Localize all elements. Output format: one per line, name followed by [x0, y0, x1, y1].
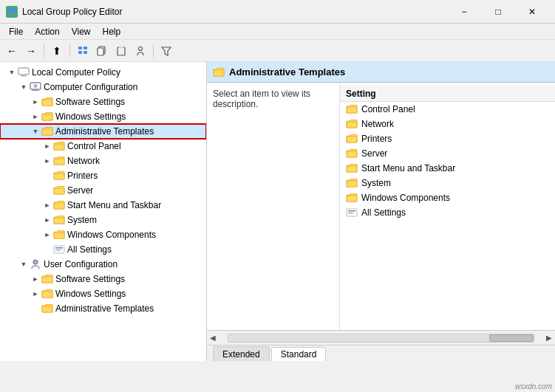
expand-system[interactable]: ►	[41, 214, 53, 226]
computer-icon	[30, 82, 41, 92]
tab-extended[interactable]: Extended	[213, 346, 270, 361]
expand-user-windows[interactable]: ►	[30, 288, 41, 300]
computer-config-label: Computer Configuration	[44, 82, 137, 92]
list-item-startmenu[interactable]: Start Menu and Taskbar	[340, 161, 555, 176]
back-button[interactable]: ←	[3, 42, 21, 60]
expand-root[interactable]: ▼	[6, 66, 18, 78]
list-item-network[interactable]: Network	[340, 117, 555, 131]
svg-rect-4	[84, 47, 87, 49]
forward-button[interactable]: →	[22, 42, 40, 60]
folder-user-windows-icon	[41, 289, 53, 299]
svg-rect-37	[42, 292, 52, 298]
description-text: Select an item to view its description.	[213, 89, 310, 109]
list-item-server[interactable]: Server	[340, 146, 555, 161]
tree-user-software[interactable]: ► Software Settings	[0, 272, 206, 286]
tree-panel[interactable]: ▼ Local Computer Policy ▼ Computer Confi…	[0, 62, 207, 361]
root-icon	[18, 67, 30, 78]
folder-server-icon	[53, 185, 65, 196]
tree-network[interactable]: ► Network	[0, 154, 206, 168]
tree-windows-settings[interactable]: ► Windows Settings	[0, 109, 206, 124]
tree-system[interactable]: ► System	[0, 213, 206, 227]
minimize-button[interactable]: −	[447, 0, 481, 24]
bottom-scroll[interactable]: ◀ ▶	[207, 330, 555, 345]
title-bar: Local Group Policy Editor − □ ✕	[0, 0, 555, 24]
tree-control-panel[interactable]: ► Control Panel	[0, 139, 206, 154]
menu-file[interactable]: File	[3, 25, 29, 38]
expand-network[interactable]: ►	[41, 155, 53, 167]
tree-admin-templates[interactable]: ▼ Administrative Templates	[0, 124, 206, 139]
tree-start-menu[interactable]: ► Start Menu and Taskbar	[0, 198, 206, 213]
tab-standard[interactable]: Standard	[271, 347, 327, 361]
svg-rect-27	[54, 188, 64, 194]
svg-rect-33	[55, 250, 61, 251]
list-item-printers[interactable]: Printers	[340, 131, 555, 146]
user-windows-label: Windows Settings	[55, 289, 126, 299]
up-button[interactable]: ⬆	[48, 42, 66, 60]
scroll-right-arrow[interactable]: ▶	[546, 334, 552, 342]
svg-rect-43	[347, 151, 357, 157]
list-item-cp[interactable]: Control Panel	[340, 102, 555, 117]
list-item-wc[interactable]: Windows Components	[340, 190, 555, 205]
svg-rect-19	[32, 90, 39, 91]
printers-label: Printers	[67, 171, 98, 181]
expand-computer-config[interactable]: ▼	[18, 81, 30, 93]
expand-software[interactable]: ►	[30, 96, 41, 108]
tree-software-settings[interactable]: ► Software Settings	[0, 94, 206, 109]
admin-templates-label: Administrative Templates	[55, 126, 154, 137]
svg-rect-8	[98, 48, 103, 55]
list-folder-cp-icon	[346, 104, 358, 114]
svg-rect-29	[54, 218, 64, 224]
software-settings-label: Software Settings	[55, 97, 125, 107]
expand-start-menu[interactable]: ►	[41, 199, 53, 211]
folder-cp-icon	[53, 141, 65, 151]
expand-wc[interactable]: ►	[41, 229, 53, 241]
menu-view[interactable]: View	[66, 25, 97, 38]
main-area: ▼ Local Computer Policy ▼ Computer Confi…	[0, 62, 555, 361]
tree-server[interactable]: ► Server	[0, 183, 206, 198]
show-hide-button[interactable]	[74, 42, 92, 60]
expand-control-panel[interactable]: ►	[41, 140, 53, 152]
user-admin-label: Administrative Templates	[55, 303, 154, 314]
tree-user-admin[interactable]: ► Administrative Templates	[0, 301, 206, 316]
properties-button[interactable]	[132, 42, 149, 60]
menu-help[interactable]: Help	[97, 25, 127, 38]
tree-root[interactable]: ▼ Local Computer Policy	[0, 65, 206, 80]
expand-user-config[interactable]: ▼	[18, 258, 30, 270]
tree-user-config[interactable]: ▼ User Configuration	[0, 257, 206, 272]
windows-settings-label: Windows Settings	[55, 111, 126, 122]
svg-rect-32	[55, 247, 63, 249]
tree-printers[interactable]: ► Printers	[0, 168, 206, 183]
list-panel[interactable]: Setting Control Panel Networ	[340, 83, 555, 330]
list-item-system[interactable]: System	[340, 176, 555, 190]
close-button[interactable]: ✕	[515, 0, 549, 24]
filter-button[interactable]	[157, 42, 175, 60]
list-all-settings-icon	[346, 207, 358, 218]
svg-rect-22	[42, 114, 52, 120]
copy-button[interactable]	[93, 42, 111, 60]
expand-admin[interactable]: ▼	[30, 125, 41, 137]
svg-rect-39	[214, 70, 224, 76]
expand-user-software[interactable]: ►	[30, 273, 41, 285]
list-folder-network-icon	[346, 119, 358, 129]
svg-rect-10	[118, 47, 125, 55]
horizontal-scrollbar[interactable]	[228, 334, 534, 343]
description-panel: Select an item to view its description.	[207, 83, 340, 330]
tree-user-windows[interactable]: ► Windows Settings	[0, 286, 206, 301]
list-item-all-settings[interactable]: All Settings	[340, 205, 555, 220]
svg-rect-25	[54, 159, 64, 165]
scroll-left-arrow[interactable]: ◀	[210, 334, 216, 342]
list-startmenu-label: Start Menu and Taskbar	[361, 163, 455, 173]
window-controls: − □ ✕	[447, 0, 549, 24]
scrollbar-thumb[interactable]	[489, 334, 534, 342]
tree-all-settings[interactable]: ► All Settings	[0, 242, 206, 257]
paste-button[interactable]	[112, 42, 130, 60]
svg-rect-1	[10, 14, 14, 16]
network-label: Network	[67, 156, 100, 166]
maximize-button[interactable]: □	[481, 0, 515, 24]
tree-computer-config[interactable]: ▼ Computer Configuration	[0, 80, 206, 94]
folder-software-icon	[41, 97, 53, 107]
tree-windows-components[interactable]: ► Windows Components	[0, 227, 206, 242]
menu-action[interactable]: Action	[29, 25, 65, 38]
user-config-label: User Configuration	[44, 259, 118, 269]
expand-windows-settings[interactable]: ►	[30, 111, 41, 123]
